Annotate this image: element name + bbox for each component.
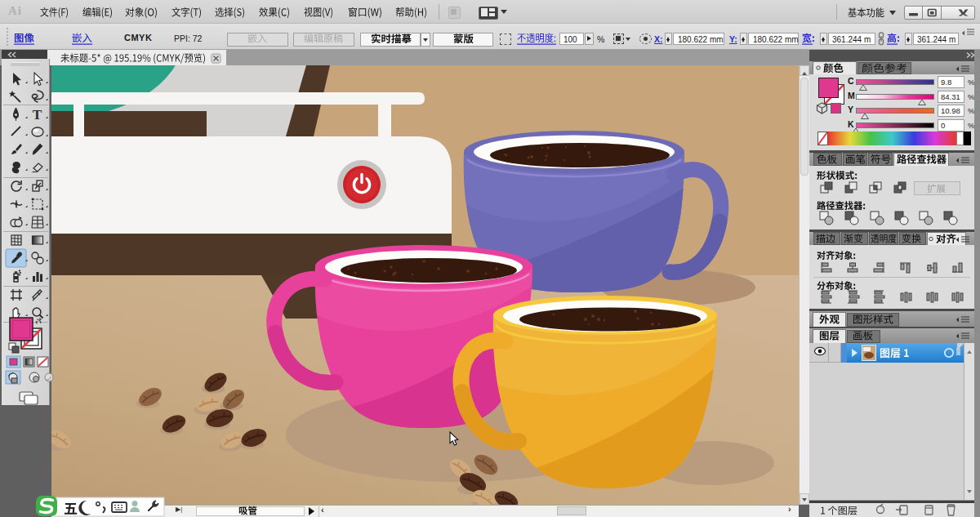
- svg-text:T: T: [33, 107, 42, 123]
